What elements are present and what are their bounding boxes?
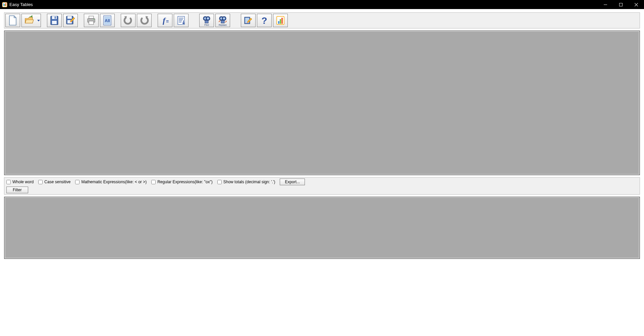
svg-rect-44	[281, 18, 283, 24]
svg-rect-30	[205, 20, 208, 23]
svg-text:Find: Find	[204, 24, 209, 26]
filter-button[interactable]: Filter	[6, 187, 28, 193]
svg-text:?: ?	[261, 15, 267, 26]
svg-rect-2	[4, 4, 5, 6]
regex-checkbox[interactable]	[151, 180, 156, 184]
filter-bar: Whole word Case sensitive Mathematic Exp…	[4, 177, 640, 195]
svg-rect-3	[5, 3, 6, 6]
sort-button[interactable]	[174, 14, 189, 27]
show-totals-checkbox[interactable]	[217, 180, 222, 184]
help-button[interactable]: ?	[257, 14, 272, 27]
svg-rect-8	[52, 21, 57, 24]
svg-rect-14	[89, 21, 94, 24]
save-as-button[interactable]	[63, 14, 78, 27]
svg-point-15	[94, 19, 94, 20]
case-sensitive-checkbox[interactable]	[38, 180, 43, 184]
save-button[interactable]	[47, 14, 62, 27]
new-file-button[interactable]	[5, 14, 20, 27]
chart-button[interactable]	[273, 14, 288, 27]
maximize-button[interactable]	[613, 0, 629, 9]
svg-rect-10	[67, 16, 72, 19]
whole-word-label: Whole word	[12, 180, 34, 184]
svg-rect-36	[221, 20, 224, 23]
regex-label: Regular Expressions(like: "ox")	[157, 180, 213, 184]
svg-rect-43	[280, 19, 281, 24]
svg-text:All: All	[105, 18, 110, 23]
titlebar: Easy Tables	[0, 0, 644, 9]
open-file-button[interactable]	[21, 14, 36, 27]
svg-rect-7	[55, 16, 56, 19]
close-button[interactable]	[629, 0, 644, 9]
svg-rect-1	[3, 3, 4, 6]
math-expressions-label: Mathematic Expressions(like: < or >)	[81, 180, 147, 184]
results-panel[interactable]	[4, 197, 640, 259]
svg-point-35	[223, 17, 225, 19]
svg-text:Replace: Replace	[219, 24, 227, 26]
main-table-panel[interactable]	[4, 30, 640, 175]
show-totals-label: Show totals (decimal sign: '.')	[223, 180, 275, 184]
svg-rect-12	[89, 16, 94, 18]
redo-button[interactable]	[137, 14, 152, 27]
minimize-button[interactable]	[598, 0, 613, 9]
svg-rect-42	[278, 21, 279, 24]
select-all-button[interactable]: All	[100, 14, 115, 27]
svg-point-29	[207, 17, 209, 19]
settings-button[interactable]	[241, 14, 256, 27]
open-file-dropdown[interactable]	[36, 14, 41, 27]
svg-text:=: =	[166, 19, 169, 24]
formula-button[interactable]: f =	[158, 14, 172, 27]
svg-text:f: f	[163, 16, 166, 25]
window-title: Easy Tables	[9, 2, 33, 7]
app-icon	[2, 2, 7, 7]
print-button[interactable]	[84, 14, 99, 27]
case-sensitive-label: Case sensitive	[44, 180, 70, 184]
undo-button[interactable]	[121, 14, 136, 27]
svg-rect-6	[52, 16, 57, 19]
svg-rect-4	[620, 3, 623, 6]
export-button[interactable]: Export...	[280, 179, 305, 185]
whole-word-checkbox[interactable]	[6, 180, 11, 184]
replace-button[interactable]: Replace	[215, 14, 230, 27]
find-button[interactable]: Find	[199, 14, 214, 27]
toolbar: All f =	[4, 12, 640, 28]
math-expressions-checkbox[interactable]	[75, 180, 79, 184]
